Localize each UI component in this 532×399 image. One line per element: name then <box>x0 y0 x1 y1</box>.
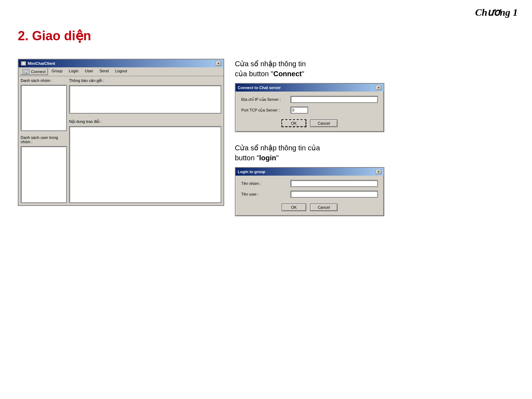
connect-title: Connect to Chat server <box>238 86 281 90</box>
user-list-label: Danh sách user trong nhóm : <box>21 135 67 144</box>
login-ok-button[interactable]: OK <box>281 203 306 211</box>
chapter-heading: Chương 1 <box>475 6 518 18</box>
chapter-text: Chương 1 <box>475 7 518 18</box>
user-name-input[interactable] <box>290 191 378 198</box>
section-text: 2. Giao diện <box>18 28 91 43</box>
connect-dialog: Connect to Chat server × Địa chỉ IP của … <box>235 83 384 132</box>
user-name-label: Tên user : <box>241 192 288 196</box>
minichat-menubar: 📡 Connect Group Login User Send Logout <box>19 67 223 76</box>
port-label: Port TCP của Server : <box>241 108 288 113</box>
connect-description: Cửa sổ nhập thông tincủa button "Connect… <box>235 59 441 79</box>
connect-titlebar: Connect to Chat server × <box>236 84 384 92</box>
ip-input[interactable] <box>290 96 378 103</box>
exchange-box[interactable] <box>69 126 221 203</box>
login-title: Login to group <box>238 170 265 174</box>
minichat-close-btn[interactable]: × <box>216 61 221 66</box>
group-list-box <box>21 85 67 131</box>
menu-user[interactable]: User <box>82 68 96 75</box>
exchange-label: Nội dung trao đổi : <box>69 119 221 124</box>
connect-cancel-button[interactable]: Cancel <box>310 119 338 127</box>
menu-send[interactable]: Send <box>97 68 112 75</box>
group-name-input[interactable] <box>290 180 378 187</box>
connect-label: Connect <box>31 69 46 74</box>
section-heading: 2. Giao diện <box>18 28 91 43</box>
minichat-titlebar: 🖥 MiniChatClient × <box>19 59 223 67</box>
menu-connect[interactable]: 📡 Connect <box>20 68 48 75</box>
login-close-btn[interactable]: × <box>376 169 381 174</box>
login-titlebar: Login to group × <box>236 168 384 176</box>
group-list-label: Danh sách nhóm : <box>21 78 67 83</box>
notifications-box[interactable] <box>69 85 221 114</box>
menu-group[interactable]: Group <box>49 68 65 75</box>
connect-close-btn[interactable]: × <box>376 85 381 90</box>
minichat-window: 🖥 MiniChatClient × 📡 Connect Group Login… <box>18 59 224 206</box>
menu-login[interactable]: Login <box>66 68 81 75</box>
ip-label: Địa chỉ IP của Server : <box>241 97 288 102</box>
minichat-title-icon: 🖥 <box>21 61 26 66</box>
minichat-title: MiniChatClient <box>28 61 55 66</box>
group-name-label: Tên nhóm : <box>241 181 288 186</box>
menu-logout[interactable]: Logout <box>112 68 130 75</box>
user-list-box <box>21 146 67 203</box>
login-description: Cửa sổ nhập thông tin củabutton "login" <box>235 143 441 163</box>
port-input[interactable] <box>290 107 308 114</box>
connect-ok-button[interactable]: OK <box>281 119 306 127</box>
notifications-label: Thông báo cần gởi : <box>69 78 221 83</box>
login-cancel-button[interactable]: Cancel <box>310 203 338 211</box>
login-dialog: Login to group × Tên nhóm : Tên user : <box>235 167 384 216</box>
